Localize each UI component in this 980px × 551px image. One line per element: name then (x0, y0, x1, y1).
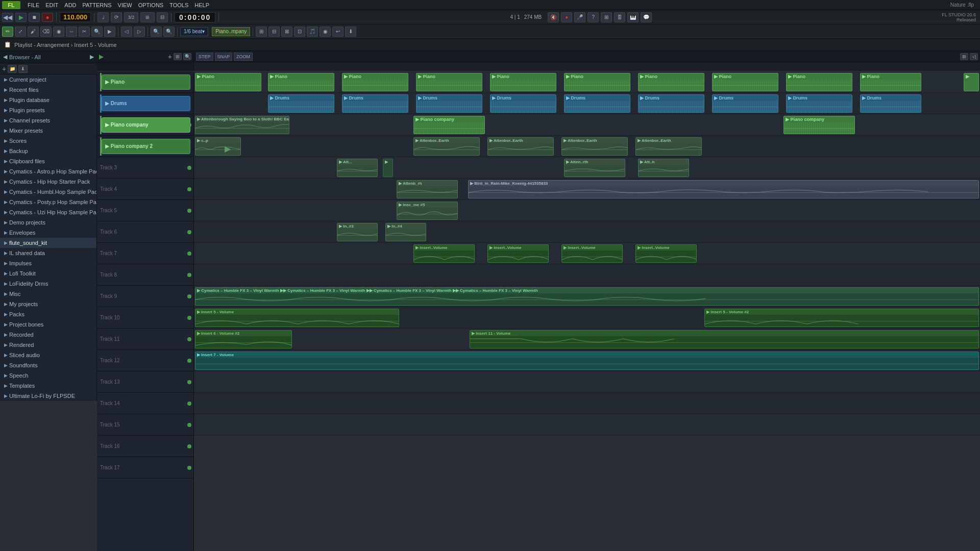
split-btn[interactable]: ⊠ (281, 27, 292, 37)
step-btn[interactable]: ⊞ (140, 12, 155, 22)
download-btn[interactable]: ⬇ (345, 27, 356, 37)
clip-insert-vol-1[interactable]: ▶ Insert..Volume (413, 244, 475, 263)
sidebar-item-envelopes[interactable]: ▶ Envelopes (0, 228, 96, 238)
playback-btn[interactable]: ▶ (104, 27, 115, 37)
clip-piano-company-2[interactable]: ▶ Piano company (783, 116, 855, 134)
audio-btn[interactable]: 🎵 (307, 27, 318, 37)
sidebar-item-channel-presets[interactable]: ▶ Channel presets (0, 115, 96, 126)
mute2-btn[interactable]: ◉ (320, 27, 331, 37)
sidebar-item-cymatics---posty-p-hop-sample-pack[interactable]: ▶ Cymatics - Posty.p Hop Sample Pack (0, 197, 96, 207)
clip-drums-7[interactable]: ▶ Drums (712, 94, 778, 113)
sidebar-item-sliced-audio[interactable]: ▶ Sliced audio (0, 350, 96, 360)
clip-insert6-vol2[interactable]: ▶ Insert 6 - Volume #2 (195, 330, 292, 348)
undo-btn[interactable]: ◁ (121, 27, 132, 37)
snap2-btn[interactable]: ⊟ (268, 27, 280, 37)
draw-mode-btn[interactable]: ✏ (2, 27, 13, 37)
help-icon[interactable]: ? (587, 12, 599, 22)
loop-icon[interactable]: ⟳ (111, 12, 122, 22)
piano-company-track-btn[interactable]: ▶ Piano company (102, 117, 190, 133)
drums-track-btn[interactable]: ▶ Drums (102, 96, 190, 111)
zoom-mode-btn[interactable]: 🔍 (91, 27, 103, 37)
sidebar-item-speech[interactable]: ▶ Speech (0, 370, 96, 381)
piano-company2-track-btn[interactable]: ▶ Piano company 2 (102, 139, 190, 154)
sidebar-item-my-projects[interactable]: ▶ My projects (0, 299, 96, 309)
menu-item-edit[interactable]: EDIT (42, 2, 61, 8)
clip-cp[interactable]: ▶ c..p (195, 137, 241, 156)
sidebar-item-demo-projects[interactable]: ▶ Demo projects (0, 217, 96, 228)
sidebar-item-packs[interactable]: ▶ Packs (0, 309, 96, 319)
sidebar-item-cymatics---uzi-hip-hop-sample-pack[interactable]: ▶ Cymatics - Uzi Hip Hop Sample Pack (0, 207, 96, 217)
grid-btn[interactable]: ⊞ (256, 27, 267, 37)
clip-att-h[interactable]: ▶ Att..h (638, 159, 689, 177)
time-sig-btn[interactable]: 3/2 (124, 12, 138, 22)
stop-button[interactable]: ■ (29, 13, 40, 22)
erase-mode-btn[interactable]: ⌫ (40, 27, 52, 37)
ruler-step-btn[interactable]: STEP (196, 53, 213, 61)
clip-atten-rth[interactable]: ▶ Atten..rth (564, 159, 625, 177)
ruler-zoom-btn[interactable]: ZOOM (234, 53, 253, 61)
sidebar-item-clipboard-files[interactable]: ▶ Clipboard files (0, 156, 96, 166)
slip-mode-btn[interactable]: ↔ (66, 27, 77, 37)
bpm-display[interactable]: 110.000 (60, 12, 91, 22)
clip-insert-vol-3[interactable]: ▶ Insert..Volume (561, 244, 623, 263)
mixer-icon[interactable]: 🎛 (614, 12, 625, 22)
clip-drums-3[interactable]: ▶ Drums (416, 94, 482, 113)
clip-attenbor-1[interactable]: ▶ Attenbor..Earth (413, 137, 480, 156)
redo-btn[interactable]: ▷ (134, 27, 145, 37)
sidebar-item-lofidelity-drms[interactable]: ▶ LoFidelity Drms (0, 279, 96, 289)
clip-attenbor-3[interactable]: ▶ Attenbor..Earth (561, 137, 628, 156)
clip-drums-9[interactable]: ▶ Drums (860, 94, 921, 113)
snap-btn[interactable]: ⊟ (157, 12, 168, 22)
sidebar-item-backup[interactable]: ▶ Backup (0, 146, 96, 156)
sidebar-item-project-bones[interactable]: ▶ Project bones (0, 319, 96, 330)
plugin-icon[interactable]: ⊞ (601, 12, 612, 22)
sidebar-item-rendered[interactable]: ▶ Rendered (0, 340, 96, 350)
menu-item-add[interactable]: ADD (61, 2, 79, 8)
playlist-tools-icon[interactable]: ⊞ (174, 53, 182, 60)
record2-icon[interactable]: ● (561, 12, 572, 22)
clip-piano-11[interactable]: ▶ (964, 73, 979, 91)
browser-folder-btn[interactable]: 📁 (8, 65, 17, 73)
clip-attenbor-2[interactable]: ▶ Attenbor..Earth (487, 137, 554, 156)
arrow-btn[interactable]: ↩ (332, 27, 344, 37)
menu-item-options[interactable]: OPTIONS (135, 2, 167, 8)
sidebar-item-cymatics---humbl-hop-sample-pack[interactable]: ▶ Cymatics - Humbl.Hop Sample Pack (0, 187, 96, 197)
zoom-out-btn[interactable]: 🔍 (151, 27, 162, 37)
sidebar-item-flute-sound-kit[interactable]: ▶ flute_sound_kit (0, 238, 96, 248)
clip-piano-company-1[interactable]: ▶ Piano company (413, 116, 485, 134)
sidebar-item-soundfonts[interactable]: ▶ Soundfonts (0, 360, 96, 370)
playlist-play-btn[interactable]: ▶ (99, 53, 104, 60)
clip-drums-1[interactable]: ▶ Drums (268, 94, 334, 113)
playlist-add-btn[interactable]: + (168, 53, 172, 61)
ruler-collapse-btn[interactable]: ◁ (970, 53, 978, 60)
menu-item-file[interactable]: FILE (24, 2, 42, 8)
clip-piano-2[interactable]: ▶ Piano (268, 73, 334, 91)
clip-piano-3[interactable]: ▶ Piano (342, 73, 408, 91)
clip-insert11-vol[interactable]: ▶ Insert 11 - Volume (470, 330, 979, 348)
clip-piano-7[interactable]: ▶ Piano (638, 73, 704, 91)
sidebar-item-impulses[interactable]: ▶ Impulses (0, 258, 96, 268)
clip-audio-attenborough[interactable]: ▶ Attenborough Saying Boo to a Sloth! BB… (195, 116, 289, 134)
browser-download-btn[interactable]: ⬇ (18, 65, 28, 73)
clip-piano-9[interactable]: ▶ Piano (786, 73, 852, 91)
menu-item-help[interactable]: HELP (191, 2, 212, 8)
sidebar-item-misc[interactable]: ▶ Misc (0, 289, 96, 299)
piano-track-btn[interactable]: ▶ Piano (102, 74, 190, 90)
clip-insert-vol-4[interactable]: ▶ Insert..Volume (635, 244, 697, 263)
clip-bird-rain[interactable]: ▶ Bird_in_Rain-Mike_Koenig-441535833 (468, 180, 979, 198)
sidebar-item-recorded[interactable]: ▶ Recorded (0, 330, 96, 340)
sidebar-item-il-shared-data[interactable]: ▶ IL shared data (0, 248, 96, 258)
sidebar-item-current-project[interactable]: ▶ Current project (0, 74, 96, 85)
mute-icon[interactable]: 🔇 (548, 12, 559, 22)
mic-icon[interactable]: 🎤 (574, 12, 585, 22)
sidebar-item-plugin-database[interactable]: ▶ Plugin database (0, 95, 96, 105)
clip-drums-8[interactable]: ▶ Drums (786, 94, 852, 113)
beat-selector[interactable]: 1/6 beat ▾ (180, 27, 208, 36)
sidebar-item-plugin-presets[interactable]: ▶ Plugin presets (0, 105, 96, 115)
sidebar-item-mixer-presets[interactable]: ▶ Mixer presets (0, 126, 96, 136)
slice-mode-btn[interactable]: ✂ (79, 27, 90, 37)
clip-drums-5[interactable]: ▶ Drums (564, 94, 630, 113)
mute-mode-btn[interactable]: ◉ (53, 27, 64, 37)
metronome-icon[interactable]: ♩ (97, 12, 109, 22)
record-button[interactable]: ● (42, 13, 53, 22)
